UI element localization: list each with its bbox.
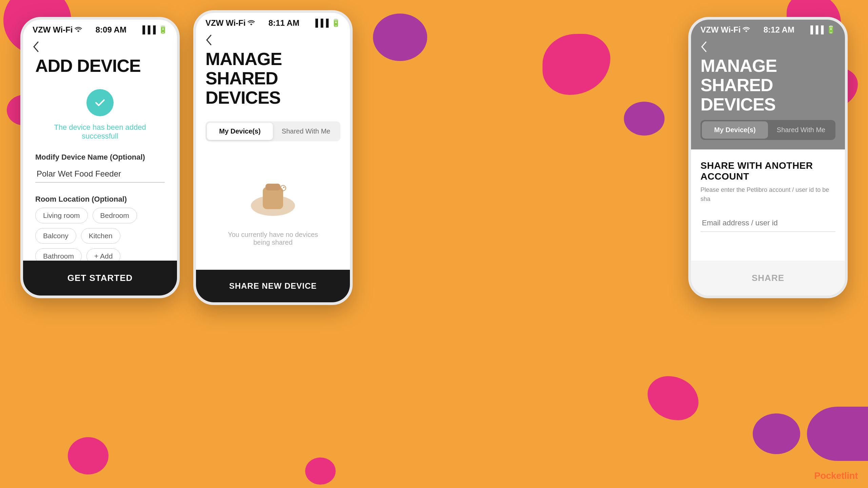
room-tag-living-room[interactable]: Living room [35, 208, 88, 223]
share-new-device-button[interactable]: SHARE NEW DEVICE [196, 270, 350, 302]
share-subtitle: Please enter the Petlibro account / user… [701, 185, 835, 204]
wifi-icon-3 [743, 26, 750, 34]
svg-rect-2 [265, 184, 280, 190]
time-phone1: 8:09 AM [96, 25, 126, 35]
success-icon-circle [86, 89, 114, 116]
wifi-icon [75, 26, 82, 34]
status-icons-phone2: ▐▐▐ 🔋 [313, 19, 340, 27]
get-started-button[interactable]: GET STARTED [23, 261, 177, 296]
battery-icon: 🔋 [158, 25, 167, 34]
tab-shared-with-me[interactable]: Shared With Me [273, 123, 339, 140]
status-icons-phone1: ▐▐▐ 🔋 [140, 25, 167, 34]
carrier-label-2: VZW Wi-Fi [205, 18, 255, 28]
status-bar-phone1: VZW Wi-Fi 8:09 AM ▐▐▐ 🔋 [23, 20, 177, 37]
decorative-blob [807, 407, 868, 461]
back-button-phone3[interactable] [691, 37, 845, 56]
watermark-lint: lint [844, 470, 858, 481]
device-illustration [246, 168, 300, 223]
wifi-icon-2 [248, 19, 255, 27]
carrier-text-3: VZW Wi-Fi [701, 25, 741, 35]
success-message: The device has been added successfull [35, 123, 165, 141]
page-title-manage-shared: MANAGE SHARED DEVICES [205, 49, 340, 108]
signal-icon: ▐▐▐ [140, 25, 156, 34]
decorative-blob [542, 34, 610, 95]
signal-icon-3: ▐▐▐ [808, 25, 824, 34]
phone3-header: VZW Wi-Fi 8:12 AM ▐▐▐ 🔋 MANAGE SHARED DE… [691, 20, 845, 149]
signal-icon-2: ▐▐▐ [313, 19, 329, 27]
page-title-add-device: ADD DEVICE [35, 56, 165, 76]
tabs-container: My Device(s) Shared With Me [205, 121, 340, 141]
empty-state-text: You currently have no devices being shar… [219, 231, 327, 246]
svg-point-4 [283, 187, 284, 188]
tab-my-devices-3[interactable]: My Device(s) [702, 121, 768, 139]
room-tag-balcony[interactable]: Balcony [35, 228, 76, 244]
decorative-blob [68, 437, 108, 474]
battery-icon-2: 🔋 [331, 19, 340, 27]
decorative-blob [648, 376, 698, 420]
battery-icon-3: 🔋 [826, 25, 835, 34]
device-name-label: Modify Device Name (Optional) [35, 153, 165, 162]
decorative-blob [373, 14, 427, 61]
time-phone3: 8:12 AM [764, 25, 794, 35]
back-button-phone1[interactable] [23, 37, 177, 56]
share-button[interactable]: SHARE [691, 261, 845, 296]
tab-my-devices[interactable]: My Device(s) [207, 123, 273, 140]
phone-manage-shared: VZW Wi-Fi 8:11 AM ▐▐▐ 🔋 MANAGE SHARED DE… [193, 10, 353, 305]
carrier-label-3: VZW Wi-Fi [701, 25, 750, 35]
tabs-container-3: My Device(s) Shared With Me [701, 120, 835, 140]
decorative-blob [624, 102, 665, 136]
watermark-pocket: Pocket [814, 470, 844, 481]
room-location-label: Room Location (Optional) [35, 195, 165, 204]
email-user-id-input[interactable] [701, 215, 835, 232]
device-name-input[interactable] [35, 166, 165, 183]
decorative-blob [305, 458, 336, 485]
time-phone2: 8:11 AM [269, 18, 299, 28]
phone3-body: SHARE WITH ANOTHER ACCOUNT Please enter … [691, 149, 845, 251]
room-tags-container: Living room Bedroom Balcony Kitchen Bath… [35, 208, 165, 264]
phone1-main-content: ADD DEVICE The device has been added suc… [23, 56, 177, 264]
phone2-main-content: MANAGE SHARED DEVICES My Device(s) Share… [196, 49, 350, 267]
room-tag-bedroom[interactable]: Bedroom [93, 208, 137, 223]
tab-shared-with-me-3[interactable]: Shared With Me [768, 121, 834, 139]
carrier-text: VZW Wi-Fi [33, 25, 73, 35]
page-title-manage-shared-3: MANAGE SHARED DEVICES [691, 56, 845, 115]
pocketlint-watermark: Pocketlint [814, 470, 858, 481]
carrier-text-2: VZW Wi-Fi [205, 18, 245, 28]
carrier-label: VZW Wi-Fi [33, 25, 82, 35]
phone-add-device: VZW Wi-Fi 8:09 AM ▐▐▐ 🔋 ADD DEVICE The d… [20, 17, 180, 298]
empty-state-container: You currently have no devices being shar… [205, 148, 340, 267]
room-tag-kitchen[interactable]: Kitchen [81, 228, 120, 244]
back-button-phone2[interactable] [196, 30, 350, 49]
status-bar-phone2: VZW Wi-Fi 8:11 AM ▐▐▐ 🔋 [196, 13, 350, 30]
phone-share-account: VZW Wi-Fi 8:12 AM ▐▐▐ 🔋 MANAGE SHARED DE… [688, 17, 848, 298]
decorative-blob [753, 413, 800, 454]
status-icons-phone3: ▐▐▐ 🔋 [808, 25, 835, 34]
share-account-title: SHARE WITH ANOTHER ACCOUNT [701, 160, 835, 182]
status-bar-phone3: VZW Wi-Fi 8:12 AM ▐▐▐ 🔋 [691, 20, 845, 37]
